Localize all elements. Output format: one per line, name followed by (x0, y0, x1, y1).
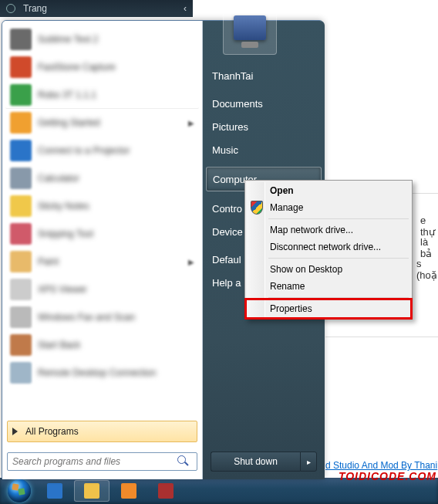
chevron-right-icon: ▶ (188, 258, 194, 266)
program-icon (10, 195, 32, 217)
taskbar-button[interactable] (37, 480, 72, 502)
pinned-program-item[interactable]: Remote Desktop Connection (5, 359, 199, 387)
pinned-program-item[interactable]: Windows Fax and Scan (5, 303, 199, 331)
context-menu: OpenManageMap network drive...Disconnect… (244, 180, 413, 320)
pinned-program-item[interactable]: Robo 3T 1.1.1 (5, 81, 199, 109)
chevron-left-icon: ‹ (184, 3, 187, 14)
backdrop-link[interactable]: d Studio And Mod By Thani (325, 460, 437, 471)
context-item-map-network-drive-[interactable]: Map network drive... (247, 222, 410, 238)
program-icon (10, 334, 32, 356)
backdrop-text: s (hoặ (416, 258, 438, 281)
program-icon (10, 140, 32, 161)
backdrop-text: e thự (420, 215, 438, 238)
pinned-program-item[interactable]: Paint ▶ (5, 248, 199, 276)
watermark: TOIDICODE.COM (339, 470, 436, 482)
search-icon[interactable] (177, 455, 188, 466)
program-label: Connect to a Projector (38, 145, 130, 156)
program-icon (10, 362, 32, 384)
program-icon (10, 56, 32, 78)
program-icon (10, 306, 32, 328)
pinned-program-item[interactable]: Connect to a Projector (5, 137, 199, 164)
context-item-manage[interactable]: Manage (247, 199, 410, 216)
shutdown-button[interactable]: Shut down (211, 452, 300, 472)
program-label: Start Back (38, 340, 80, 350)
context-item-label: Open (270, 185, 294, 196)
shutdown-label: Shut down (234, 456, 278, 467)
context-item-label: Properties (270, 303, 312, 314)
program-icon (10, 112, 32, 134)
context-item-label: Show on Desktop (270, 264, 342, 275)
context-item-label: Map network drive... (270, 225, 353, 235)
window-titlebar: Trang ‹ (0, 0, 193, 17)
program-label: Paint (38, 256, 59, 267)
program-icon (10, 84, 32, 106)
context-item-label: Manage (270, 202, 303, 213)
program-icon (10, 223, 32, 245)
chevron-right-icon: ▶ (188, 119, 194, 127)
program-label: Snipping Tool (38, 228, 93, 239)
pinned-program-item[interactable]: Sticky Notes (5, 192, 199, 220)
taskbar-button[interactable] (148, 480, 184, 502)
backdrop-rule (325, 337, 438, 337)
context-item-open[interactable]: Open (247, 182, 410, 199)
context-item-rename[interactable]: Rename (247, 278, 410, 295)
windows-orb-icon (8, 479, 31, 502)
context-item-label: Rename (270, 281, 305, 292)
pinned-program-item[interactable]: Start Back (5, 331, 199, 359)
ie-icon (47, 483, 62, 499)
right-pane-item-pictures[interactable]: Pictures (203, 115, 325, 138)
program-icon (10, 167, 32, 189)
context-separator (268, 218, 409, 219)
context-item-show-on-desktop[interactable]: Show on Desktop (247, 261, 410, 278)
backdrop-text: là bả (420, 236, 438, 259)
computer-icon (234, 15, 266, 40)
user-avatar[interactable] (223, 1, 277, 55)
taskbar-button[interactable] (74, 480, 110, 502)
start-left-pane: Sublime Text 2 FastStone Capture Robo 3T… (2, 21, 203, 479)
user-name-item[interactable]: ThanhTai (203, 64, 325, 87)
context-item-label: Disconnect network drive... (270, 242, 381, 252)
app-icon (158, 483, 174, 499)
all-programs-button[interactable]: All Programs (7, 421, 197, 442)
program-icon (10, 251, 32, 272)
triangle-right-icon (12, 428, 18, 435)
program-label: Remote Desktop Connection (38, 367, 156, 378)
program-icon (10, 279, 32, 300)
context-item-disconnect-network-drive-[interactable]: Disconnect network drive... (247, 238, 410, 255)
search-field-wrap (7, 452, 197, 472)
pinned-program-item[interactable]: Snipping Tool (5, 220, 199, 248)
pinned-program-item[interactable]: XPS Viewer (5, 276, 199, 303)
start-button[interactable] (3, 479, 35, 502)
program-label: Sublime Text 2 (38, 34, 99, 45)
globe-icon (6, 4, 15, 13)
program-label: Calculator (38, 173, 79, 184)
window-title: Trang (23, 3, 47, 14)
program-label: Sticky Notes (38, 201, 89, 211)
program-label: FastStone Capture (38, 62, 116, 73)
pinned-program-item[interactable]: Sublime Text 2 (5, 25, 199, 53)
taskbar-button[interactable] (111, 480, 147, 502)
wmp-icon (121, 483, 136, 499)
shield-icon (251, 201, 264, 215)
program-icon (10, 29, 32, 50)
right-pane-item-documents[interactable]: Documents (203, 92, 325, 115)
program-label: Robo 3T 1.1.1 (38, 90, 96, 100)
shutdown-options-button[interactable]: ▸ (300, 452, 317, 472)
program-label: Windows Fax and Scan (38, 312, 135, 323)
right-pane-item-music[interactable]: Music (203, 138, 325, 161)
context-separator (268, 258, 409, 259)
pinned-program-item[interactable]: Getting Started ▶ (5, 109, 199, 137)
pinned-program-item[interactable]: FastStone Capture (5, 53, 199, 81)
pinned-program-item[interactable]: Calculator (5, 164, 199, 192)
context-separator (268, 297, 409, 298)
program-label: XPS Viewer (38, 284, 87, 295)
context-item-properties[interactable]: Properties (247, 300, 410, 317)
program-label: Getting Started (38, 117, 100, 128)
explorer-icon (84, 483, 99, 499)
all-programs-label: All Programs (25, 426, 79, 437)
search-input[interactable] (7, 452, 197, 471)
